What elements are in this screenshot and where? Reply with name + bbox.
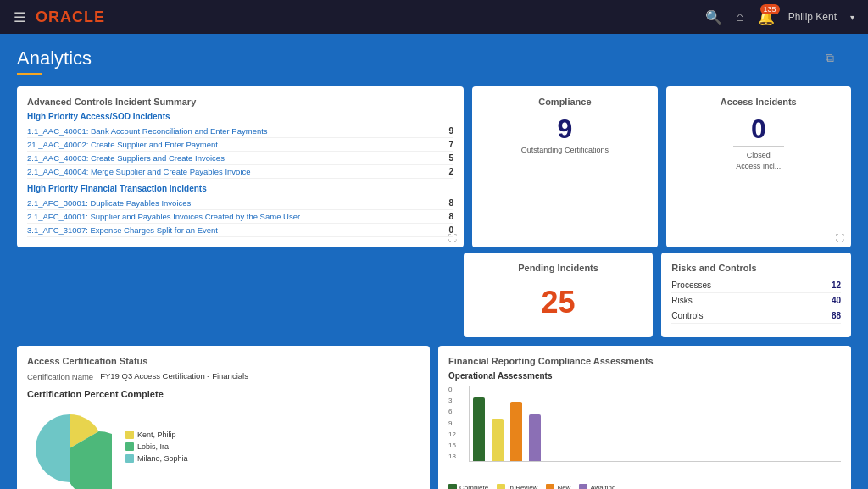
compliance-label: Outstanding Certifications: [482, 146, 647, 154]
page-title: Analytics: [17, 47, 851, 69]
title-underline: [17, 73, 42, 75]
incident-count: 8: [440, 198, 453, 208]
legend-item: Milano, Sophia: [125, 454, 188, 463]
cert-name-value: FY19 Q3 Access Certification - Financial…: [100, 371, 248, 381]
incident-count: 5: [440, 153, 453, 163]
incident-link[interactable]: 2.1_AFC_40001: Supplier and Payables Inv…: [27, 212, 440, 221]
risks-table: Processes 12 Risks 40 Controls 88: [671, 278, 841, 324]
compliance-number: 9: [482, 115, 647, 142]
bar-legend-label-complete: Complete: [459, 484, 488, 489]
bar-legend-color-review: [497, 484, 505, 489]
access-divider: [733, 146, 784, 147]
processes-label: Processes: [671, 281, 711, 290]
bar-chart-title: Operational Assessments: [448, 371, 841, 381]
table-row: Risks 40: [671, 293, 841, 308]
hamburger-menu[interactable]: ☰: [14, 9, 25, 25]
bar-legend-label-awaiting: Awaiting Approval: [590, 484, 626, 489]
table-row: Controls 88: [671, 308, 841, 324]
incident-count: 9: [440, 126, 453, 136]
financial-reporting-title: Financial Reporting Compliance Assessmen…: [448, 356, 841, 366]
legend-item: Lobis, Ira: [125, 442, 188, 451]
access-incidents-card: Access Incidents 0 Closed Access Inci...…: [666, 86, 851, 247]
top-navigation: ☰ ORACLE 🔍 ⌂ 🔔 135 Philip Kent ▾: [0, 0, 868, 34]
advanced-controls-title: Advanced Controls Incident Summary: [27, 97, 453, 107]
bar-chart-area: 18 15 12 9 6 3 0: [448, 386, 841, 479]
expand-icon[interactable]: ⛶: [836, 233, 844, 242]
legend-item: In Review: [497, 484, 537, 489]
risks-controls-card: Risks and Controls Processes 12 Risks 40…: [661, 253, 851, 337]
pending-incidents-card: Pending Incidents 25: [464, 253, 654, 337]
pie-chart: [27, 406, 112, 489]
notification-icon[interactable]: 🔔 135: [758, 9, 775, 25]
spacer: [17, 253, 455, 337]
incident-link[interactable]: 2.1_AFC_30001: Duplicate Payables Invoic…: [27, 198, 440, 208]
user-name[interactable]: Philip Kent: [788, 11, 837, 23]
bar-group-new: [510, 402, 522, 461]
table-row: Processes 12: [671, 278, 841, 293]
high-priority-access-label: High Priority Access/SOD Incidents: [27, 112, 453, 121]
y-label: 0: [448, 386, 456, 393]
bar-group-awaiting: [529, 414, 541, 461]
nav-left: ☰ ORACLE: [14, 8, 105, 26]
processes-value: 12: [832, 281, 841, 290]
controls-label: Controls: [671, 311, 703, 320]
compliance-title: Compliance: [482, 97, 647, 107]
table-row: 2.1_AFC_40001: Supplier and Payables Inv…: [27, 210, 453, 224]
bar-legend-label-new: New: [557, 484, 570, 489]
table-row: 2.1_AAC_40004: Merge Supplier and Create…: [27, 165, 453, 179]
incident-count: 7: [440, 140, 453, 149]
legend-item: Kent, Philip: [125, 431, 188, 439]
y-label: 15: [448, 442, 456, 449]
middle-widget-row: Pending Incidents 25 Risks and Controls …: [17, 253, 851, 337]
bottom-widget-row: Access Certification Status Certificatio…: [17, 346, 851, 489]
home-icon[interactable]: ⌂: [736, 9, 744, 25]
y-label: 18: [448, 453, 456, 460]
expand-icon[interactable]: ⛶: [448, 233, 457, 242]
access-sub-label: Access Inci...: [676, 161, 841, 172]
top-widget-row: Advanced Controls Incident Summary High …: [17, 86, 851, 247]
certification-card: Access Certification Status Certificatio…: [17, 346, 430, 489]
pending-incidents-number: 25: [474, 285, 643, 320]
compliance-card: Compliance 9 Outstanding Certifications: [472, 86, 657, 247]
legend-label-kent: Kent, Philip: [137, 431, 176, 439]
legend-label-lobis: Lobis, Ira: [137, 442, 169, 451]
risks-controls-title: Risks and Controls: [671, 263, 841, 273]
table-row: 3.1_AFC_31007: Expense Charges Split for…: [27, 224, 453, 237]
pie-chart-container: Kent, Philip Lobis, Ira Milano, Sophia: [27, 406, 420, 489]
bar-complete: [473, 397, 485, 461]
access-incidents-number: 0: [676, 115, 841, 142]
legend-item: New: [546, 484, 570, 489]
risks-label: Risks: [671, 296, 692, 305]
search-icon[interactable]: 🔍: [705, 9, 722, 25]
table-row: 2.1_AFC_30001: Duplicate Payables Invoic…: [27, 197, 453, 210]
legend-color-lobis: [125, 442, 134, 451]
access-incidents-title: Access Incidents: [676, 97, 841, 107]
bar-group-review: [492, 419, 504, 461]
high-priority-financial-label: High Priority Financial Transaction Inci…: [27, 184, 453, 193]
user-chevron-icon[interactable]: ▾: [850, 13, 854, 22]
legend-item: Awaiting Approval: [579, 484, 626, 489]
incident-link[interactable]: 21._AAC_40002: Create Supplier and Enter…: [27, 140, 440, 149]
table-row: 2.1_AAC_40003: Create Suppliers and Crea…: [27, 152, 453, 165]
pending-incidents-title: Pending Incidents: [474, 263, 643, 273]
incident-link[interactable]: 3.1_AFC_31007: Expense Charges Split for…: [27, 225, 440, 235]
nav-right: 🔍 ⌂ 🔔 135 Philip Kent ▾: [705, 9, 854, 25]
incident-link[interactable]: 2.1_AAC_40004: Merge Supplier and Create…: [27, 167, 440, 176]
legend-item: Complete: [448, 484, 488, 489]
bar-legend-color-complete: [448, 484, 457, 489]
incident-link[interactable]: 1.1_AAC_40001: Bank Account Reconciliati…: [27, 126, 440, 136]
financial-reporting-card: Financial Reporting Compliance Assessmen…: [438, 346, 851, 489]
cert-name-label: Certification Name: [27, 371, 93, 382]
controls-value: 88: [832, 311, 841, 320]
certification-title: Access Certification Status: [27, 356, 420, 366]
cert-percent-title: Certification Percent Complete: [27, 389, 420, 399]
pie-legend: Kent, Philip Lobis, Ira Milano, Sophia: [125, 431, 188, 466]
legend-color-kent: [125, 431, 134, 439]
y-label: 9: [448, 420, 456, 427]
y-label: 6: [448, 408, 456, 415]
cert-name-field: Certification Name FY19 Q3 Access Certif…: [27, 371, 420, 382]
copy-icon[interactable]: ⧉: [826, 51, 834, 65]
access-status-label: Closed: [676, 150, 841, 161]
incident-count: 2: [440, 167, 453, 176]
incident-link[interactable]: 2.1_AAC_40003: Create Suppliers and Crea…: [27, 153, 440, 163]
